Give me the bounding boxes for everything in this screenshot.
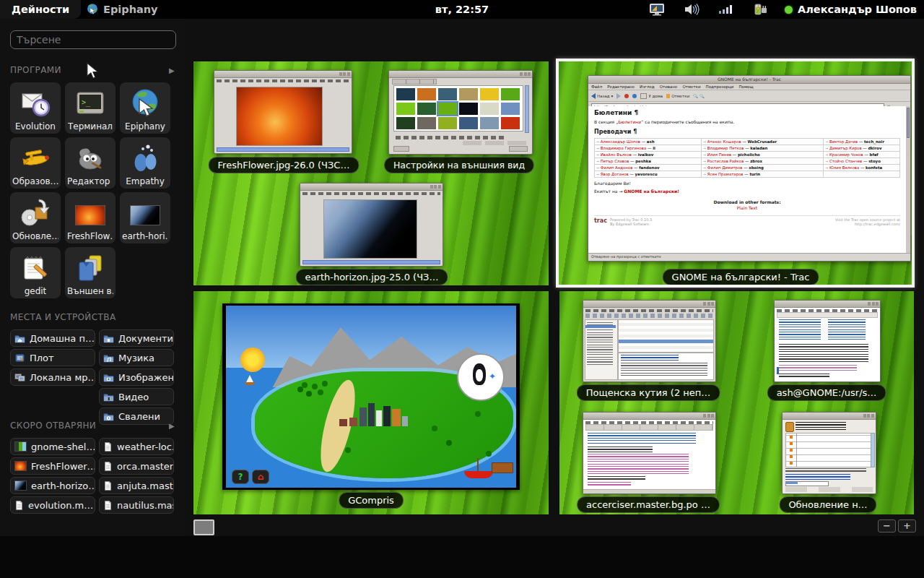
place-videos[interactable]: Видео [99, 388, 174, 405]
window-titlebar [775, 301, 880, 308]
app-tile-empathy[interactable]: Empathy [120, 137, 170, 189]
terminal-output-blue [779, 319, 821, 341]
message-list [618, 319, 714, 353]
network-signal-icon[interactable] [718, 3, 734, 16]
recent-section-header: СКОРО ОТВАРЯНИ ▶ [10, 420, 175, 431]
app-tile-gcompris[interactable]: Образов… [10, 137, 61, 189]
browser-menubar: Файл Редактиране Изглед Отиване Отметки … [588, 84, 910, 90]
app-menu[interactable]: Epiphany [85, 0, 158, 19]
deco [509, 146, 528, 152]
recent-item[interactable]: anjuta.mast… [99, 477, 174, 494]
po-text [588, 476, 645, 481]
add-workspace-button[interactable]: + [898, 519, 916, 532]
workspace-1[interactable]: FreshFlower.jpg-26.0 (ЧЗС… Настройки на … [193, 61, 549, 285]
recent-item[interactable]: gnome-shel… [10, 438, 95, 455]
forward-icon [616, 93, 621, 99]
window-thumb-gimp-freshflower[interactable] [214, 70, 352, 154]
app-tile-earthhorizon[interactable]: earth-hori… [120, 192, 170, 243]
scrollbar [906, 106, 910, 255]
place-desktop[interactable]: Плот [10, 349, 95, 366]
deco [464, 471, 493, 478]
empathy-icon [128, 142, 162, 175]
expand-programs-icon[interactable]: ▶ [169, 66, 175, 74]
workspace-3[interactable]: ✦ ? ⌂ GCompris [193, 291, 549, 514]
home-button[interactable]: ⌂ [252, 470, 269, 484]
deco [621, 363, 707, 377]
reload-icon [632, 94, 637, 98]
window-thumb-terminal[interactable] [774, 300, 881, 382]
po-strings [588, 454, 689, 474]
user-menu[interactable]: Александър Шопов [785, 0, 917, 19]
recent-item[interactable]: FreshFlower… [10, 457, 95, 475]
recent-item[interactable]: evolution.m… [10, 496, 95, 514]
system-status-icons [649, 0, 769, 19]
place-network[interactable]: Локална мр… [10, 368, 95, 386]
places-section-header: МЕСТА И УСТРОЙСТВА [10, 312, 175, 322]
place-pictures[interactable]: Изображен… [99, 368, 174, 386]
workspace-indicator[interactable] [193, 519, 214, 535]
home-icon [640, 93, 647, 99]
deco: В секция „ [594, 119, 618, 124]
app-tile-epiphany[interactable]: Epiphany [120, 82, 170, 134]
recent-label: evolution.m… [28, 500, 93, 511]
activities-button[interactable]: Дейности [0, 0, 81, 19]
place-label: Видео [118, 392, 149, 402]
workspace-2[interactable]: GNOME на български! - Trac Файл Редактир… [559, 61, 912, 285]
app-label: Обновле… [12, 231, 58, 241]
update-header-icon [785, 422, 794, 432]
place-music[interactable]: Музика [99, 349, 174, 366]
battery-icon[interactable] [753, 3, 769, 16]
window-titlebar [214, 71, 352, 78]
zoom-icons: 🔍 🔍 [693, 94, 704, 98]
menu-file: Файл [591, 85, 602, 89]
app-tile-terminal[interactable]: >_ Терминал [65, 82, 116, 134]
app-tile-freshflower[interactable]: FreshFlow… [65, 192, 116, 243]
terminal-output-text [779, 344, 868, 363]
visit-trac: Visit the Trac open source project athtt… [835, 217, 900, 226]
window-label: GNOME на български! - Trac [663, 269, 819, 285]
expand-recent-icon[interactable]: ▶ [169, 422, 175, 430]
window-thumb-gedit[interactable] [583, 412, 716, 494]
app-tile-gedit[interactable]: gedit [10, 247, 61, 298]
image-canvas [236, 87, 323, 146]
remove-workspace-button[interactable]: − [878, 519, 896, 532]
window-thumb-gcompris[interactable]: ✦ ? ⌂ [222, 303, 520, 490]
app-tile-updates[interactable]: Обновле… [10, 192, 61, 243]
intro-paragraph: В секция „Бюлетини“ са периодичните съоб… [594, 119, 900, 124]
evolution-icon [19, 87, 52, 120]
window-thumb-gimp-earth[interactable] [300, 183, 443, 267]
app-tile-evolution[interactable]: Evolution [10, 82, 61, 134]
app-tile-appearance[interactable]: Външен в… [65, 247, 116, 298]
screenshot-thumbnail-icon [14, 441, 27, 452]
bottom-edge [0, 536, 924, 578]
recent-item[interactable]: weather-loc… [99, 438, 174, 455]
activity-bubble[interactable]: ✦ [457, 353, 505, 401]
place-documents[interactable]: Документи [99, 329, 174, 347]
home-folder-icon [14, 334, 25, 343]
window-thumb-updates[interactable] [782, 412, 876, 494]
recent-item[interactable]: orca.master.… [99, 457, 174, 475]
place-label: Домашна п… [30, 333, 95, 344]
window-thumb-evolution[interactable] [583, 300, 716, 382]
display-icon[interactable] [649, 3, 665, 16]
recent-label: anjuta.mast… [117, 480, 174, 491]
bookmarks-button: Отметки [666, 94, 689, 98]
window-thumb-appearance[interactable] [388, 70, 533, 155]
app-tile-gimp[interactable]: Редактор … [65, 137, 116, 189]
deco [302, 382, 308, 388]
recent-item[interactable]: nautilus.mas… [99, 496, 174, 514]
window-titlebar [389, 71, 532, 78]
recent-item[interactable]: earth-horizo… [10, 477, 95, 494]
statusbar [583, 489, 715, 493]
search-input[interactable] [10, 30, 176, 49]
window-thumb-epiphany-trac[interactable]: GNOME на български! - Trac Файл Редактир… [588, 75, 911, 262]
app-label: Epiphany [125, 121, 165, 131]
place-home[interactable]: Домашна п… [10, 329, 95, 347]
deco [525, 85, 529, 133]
bulletins-link: Бюлетини [618, 119, 641, 124]
place-label: Музика [118, 353, 154, 363]
help-button[interactable]: ? [232, 470, 249, 484]
volume-icon[interactable] [684, 3, 699, 16]
workspace-4[interactable]: Пощенска кутия (2 неп… ash@GNOME:/usr/s…… [559, 291, 914, 514]
earth-thumbnail-icon [14, 480, 27, 491]
